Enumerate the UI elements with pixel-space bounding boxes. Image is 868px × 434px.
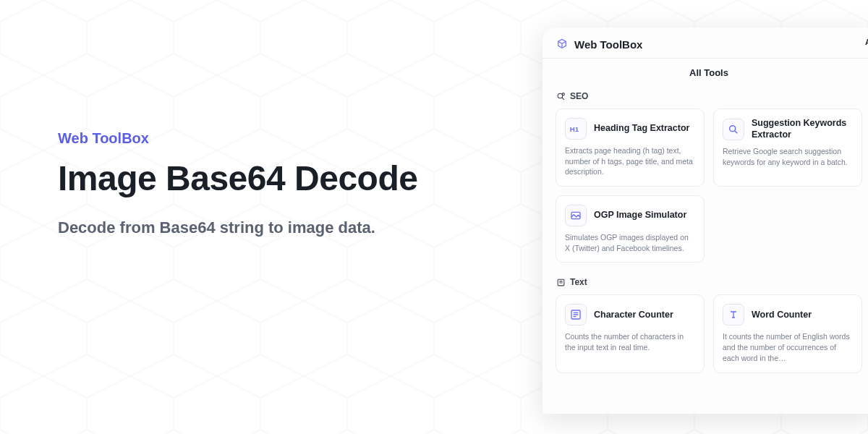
section-head-seo: SEO [556, 91, 862, 101]
card-title: Word Counter [752, 310, 812, 321]
card-word-counter[interactable]: Word Counter It counts the number of Eng… [713, 294, 862, 373]
lines-icon [565, 304, 587, 326]
section-seo: SEO H1 Heading Tag Extractor Extracts pa… [542, 88, 868, 274]
svg-point-3 [730, 125, 736, 131]
corner-letter: A [865, 38, 868, 46]
card-heading-tag-extractor[interactable]: H1 Heading Tag Extractor Extracts page h… [556, 109, 705, 187]
panel-header: Web ToolBox [542, 27, 868, 58]
section-title: SEO [570, 91, 588, 101]
card-suggestion-keywords-extractor[interactable]: Suggestion Keywords Extractor Retrieve G… [713, 109, 862, 187]
card-desc: Extracts page heading (h tag) text, numb… [565, 145, 695, 177]
card-title: Character Counter [594, 310, 673, 321]
card-desc: It counts the number of English words an… [723, 331, 853, 363]
card-ogp-image-simulator[interactable]: OGP Image Simulator Simulates OGP images… [556, 195, 705, 263]
image-icon [565, 205, 587, 226]
page-subtitle: Decode from Base64 string to image data. [58, 218, 417, 237]
panel-brand: Web ToolBox [574, 38, 642, 51]
card-desc: Retrieve Google search suggestion keywor… [723, 146, 853, 167]
search-icon [723, 119, 744, 140]
card-title: Heading Tag Extractor [594, 123, 689, 135]
tab-all-tools[interactable]: All Tools [542, 59, 868, 88]
section-head-text: Text [556, 277, 862, 287]
svg-point-1 [562, 93, 564, 95]
card-desc: Counts the number of characters in the i… [565, 331, 695, 352]
section-title: Text [570, 277, 587, 287]
h1-icon: H1 [565, 118, 587, 140]
tools-panel: A Web ToolBox All Tools SEO H1 Heading T… [542, 27, 868, 414]
page-title: Image Base64 Decode [58, 160, 417, 198]
letter-t-icon [723, 304, 744, 326]
cube-icon [556, 38, 569, 51]
seo-icon [556, 91, 566, 101]
card-desc: Simulates OGP images displayed on X (Twi… [565, 232, 695, 253]
brand-label: Web ToolBox [58, 130, 417, 147]
card-character-counter[interactable]: Character Counter Counts the number of c… [556, 294, 705, 373]
hero-block: Web ToolBox Image Base64 Decode Decode f… [58, 130, 417, 237]
svg-text:H1: H1 [570, 125, 579, 133]
text-icon [556, 277, 566, 287]
section-text: Text Character Counter Counts the number… [542, 274, 868, 384]
card-title: OGP Image Simulator [594, 210, 686, 221]
card-title: Suggestion Keywords Extractor [752, 118, 853, 140]
